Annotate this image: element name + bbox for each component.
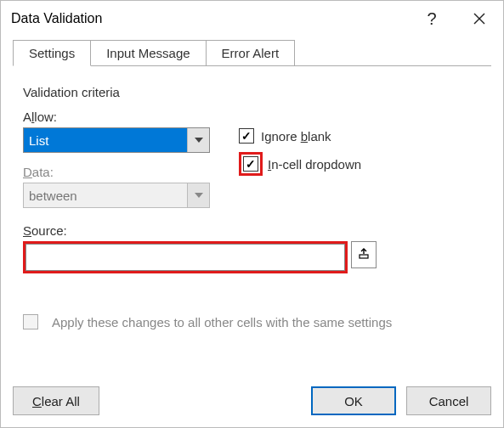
incell-dropdown-checkbox[interactable]	[243, 156, 258, 172]
tab-strip: Settings Input Message Error Alert	[13, 40, 491, 66]
allow-combobox[interactable]: List	[23, 127, 210, 153]
incell-dropdown-label: In-cell dropdown	[268, 157, 361, 172]
range-selector-button[interactable]	[351, 241, 377, 268]
allow-dropdown-button[interactable]	[187, 128, 209, 152]
allow-value: List	[24, 128, 187, 152]
highlight-incell-dropdown	[239, 152, 263, 176]
dialog-content: Settings Input Message Error Alert Valid…	[1, 37, 503, 378]
group-label: Validation criteria	[23, 85, 127, 99]
data-value: between	[24, 183, 187, 207]
source-label: Source:	[23, 223, 481, 238]
tab-input-message[interactable]: Input Message	[90, 40, 206, 66]
chevron-down-icon	[195, 193, 203, 198]
ignore-blank-checkbox-row[interactable]: Ignore blank	[239, 128, 481, 144]
data-label: Data:	[23, 165, 224, 179]
range-selector-icon	[358, 248, 370, 262]
help-button[interactable]: ?	[408, 1, 456, 37]
dialog-footer: Clear All OK Cancel	[1, 378, 503, 427]
apply-changes-label: Apply these changes to all other cells w…	[52, 315, 392, 329]
close-icon	[473, 13, 485, 25]
chevron-down-icon	[195, 138, 203, 143]
apply-changes-row: Apply these changes to all other cells w…	[23, 314, 481, 329]
apply-changes-checkbox	[23, 314, 38, 329]
data-dropdown-button	[187, 183, 209, 207]
source-input[interactable]	[25, 244, 345, 271]
validation-criteria-group: Validation criteria Allow: List Data:	[13, 78, 491, 340]
allow-label: Allow:	[23, 110, 224, 124]
incell-dropdown-checkbox-row[interactable]: In-cell dropdown	[239, 152, 481, 176]
ignore-blank-checkbox[interactable]	[239, 128, 254, 144]
ignore-blank-label: Ignore blank	[261, 129, 331, 144]
titlebar: Data Validation ?	[1, 1, 503, 37]
clear-all-button[interactable]: Clear All	[13, 386, 99, 415]
data-combobox: between	[23, 183, 210, 208]
tab-error-alert[interactable]: Error Alert	[206, 40, 296, 66]
close-button[interactable]	[456, 1, 503, 37]
highlight-source-input	[23, 241, 348, 273]
tab-settings[interactable]: Settings	[13, 40, 91, 66]
svg-rect-2	[360, 255, 368, 258]
data-validation-dialog: Data Validation ? Settings Input Message…	[0, 0, 504, 428]
cancel-button[interactable]: Cancel	[406, 386, 491, 415]
window-title: Data Validation	[11, 11, 408, 26]
ok-button[interactable]: OK	[311, 386, 396, 415]
